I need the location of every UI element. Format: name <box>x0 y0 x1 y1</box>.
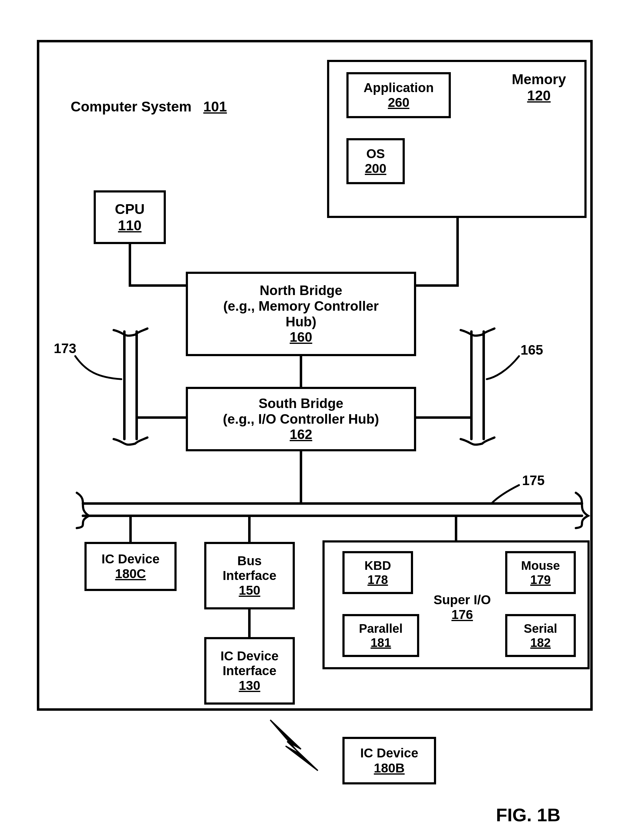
north-line3: Hub) <box>286 314 316 330</box>
parallel-ref: 181 <box>371 636 391 650</box>
serial-block: Serial 182 <box>505 614 576 657</box>
businterface-ref: 150 <box>238 583 260 598</box>
application-label: Application <box>363 80 434 95</box>
parallel-block: Parallel 181 <box>342 614 419 657</box>
callout-173: 173 <box>54 341 76 356</box>
south-line2: (e.g., I/O Controller Hub) <box>223 411 379 427</box>
north-line2: (e.g., Memory Controller <box>223 299 379 314</box>
serial-ref: 182 <box>530 636 551 650</box>
ic-device-interface-block: IC Device Interface 130 <box>204 637 295 704</box>
kbd-label: KBD <box>365 559 391 573</box>
super-io-label: Super I/O 176 <box>429 592 496 622</box>
system-title: Computer System 101 <box>70 98 227 115</box>
north-ref: 160 <box>290 329 312 345</box>
application-block: Application 260 <box>346 72 451 118</box>
ic180b-ref: 180B <box>374 761 405 776</box>
bus-interface-block: Bus Interface 150 <box>204 542 295 609</box>
businterface-line1: Bus <box>237 554 262 568</box>
superio-text: Super I/O <box>429 592 496 607</box>
south-ref: 162 <box>290 427 312 442</box>
os-block: OS 200 <box>346 138 405 184</box>
kbd-ref: 178 <box>368 573 388 587</box>
parallel-label: Parallel <box>359 621 403 636</box>
application-ref: 260 <box>388 95 410 110</box>
os-label: OS <box>366 147 385 161</box>
superio-ref: 176 <box>429 607 496 622</box>
memory-label: Memory <box>512 71 566 88</box>
system-title-text: Computer System <box>70 99 192 115</box>
cpu-block: CPU 110 <box>94 190 166 244</box>
wireless-bolt-icon <box>270 720 318 771</box>
cpu-label: CPU <box>115 201 145 217</box>
icdevif-line2: Interface <box>222 663 277 678</box>
callout-175: 175 <box>522 473 544 488</box>
icdevif-ref: 130 <box>238 678 260 693</box>
north-line1: North Bridge <box>260 283 342 299</box>
serial-label: Serial <box>524 621 557 636</box>
callout-165: 165 <box>520 342 543 358</box>
ic-device-180b-block: IC Device 180B <box>342 737 436 784</box>
north-bridge-block: North Bridge (e.g., Memory Controller Hu… <box>186 272 416 356</box>
ic180b-label: IC Device <box>360 746 418 760</box>
mouse-label: Mouse <box>521 559 560 573</box>
ic-device-180c-block: IC Device 180C <box>85 542 177 591</box>
os-ref: 200 <box>365 161 386 176</box>
figure-caption: FIG. 1B <box>496 804 560 826</box>
mouse-block: Mouse 179 <box>505 551 576 594</box>
icdevif-line1: IC Device <box>221 649 278 663</box>
memory-ref: 120 <box>512 88 566 104</box>
ic180c-ref: 180C <box>115 567 146 581</box>
south-line1: South Bridge <box>259 396 343 411</box>
mouse-ref: 179 <box>530 573 551 587</box>
page: Computer System 101 Memory 120 Applicati… <box>0 0 640 840</box>
businterface-line2: Interface <box>222 568 277 583</box>
ic180c-label: IC Device <box>101 552 159 567</box>
cpu-ref: 110 <box>118 217 142 234</box>
kbd-block: KBD 178 <box>342 551 413 594</box>
south-bridge-block: South Bridge (e.g., I/O Controller Hub) … <box>186 387 416 451</box>
system-title-ref: 101 <box>203 99 227 115</box>
